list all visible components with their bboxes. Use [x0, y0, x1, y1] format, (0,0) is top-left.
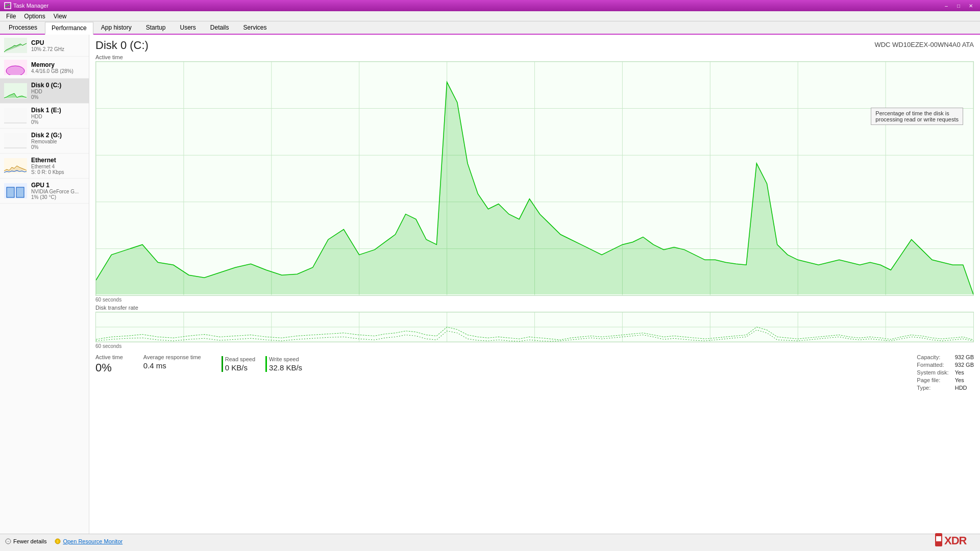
gpu-pct: 1% (30 °C): [31, 194, 85, 200]
disk2-pct: 0%: [31, 144, 85, 150]
tab-bar: Processes Performance App history Startu…: [0, 21, 980, 35]
formatted-value: 932 GB: [955, 362, 974, 368]
system-disk-value: Yes: [955, 369, 974, 375]
tab-processes[interactable]: Processes: [2, 21, 44, 34]
active-time-chart: Percentage of time the disk isprocessing…: [95, 61, 974, 296]
type-label: Type:: [917, 385, 948, 391]
xdr-logo: XDR: [934, 532, 975, 550]
gpu-mini-thumb: [4, 183, 27, 198]
menu-file[interactable]: File: [2, 12, 20, 21]
svg-rect-4: [7, 187, 14, 197]
eth-name: Ethernet: [31, 157, 85, 164]
disk0-info: Disk 0 (C:) HDD 0%: [31, 82, 85, 100]
active-time-stat-label: Active time: [95, 354, 123, 360]
right-stats: Capacity: 932 GB Formatted: 932 GB Syste…: [917, 354, 974, 391]
menu-bar: File Options View: [0, 11, 980, 21]
cpu-sub: 10% 2.72 GHz: [31, 46, 85, 52]
avg-response-stat: Average response time 0.4 ms: [143, 354, 201, 391]
svg-text:XDR: XDR: [944, 534, 967, 547]
eth-pct: S: 0 R: 0 Kbps: [31, 169, 85, 175]
title-bar: Task Manager – □ ✕: [0, 0, 980, 11]
memory-name: Memory: [31, 61, 85, 68]
sidebar: CPU 10% 2.72 GHz Memory 4.4/16.0 GB (28%…: [0, 35, 89, 534]
eth-info: Ethernet Ethernet 4 S: 0 R: 0 Kbps: [31, 157, 85, 175]
transfer-rate-chart: [95, 312, 974, 342]
sidebar-item-gpu1[interactable]: GPU 1 NVIDIA GeForce G... 1% (30 °C): [0, 179, 89, 204]
transfer-seconds: 60 seconds: [95, 343, 974, 349]
svg-text:−: −: [7, 540, 9, 543]
fewer-details-button[interactable]: − Fewer details: [5, 538, 46, 544]
tab-app-history[interactable]: App history: [94, 21, 138, 34]
close-button[interactable]: ✕: [966, 2, 976, 9]
window-controls: – □ ✕: [941, 2, 976, 9]
content-area: Disk 0 (C:) WDC WD10EZEX-00WN4A0 ATA Act…: [89, 35, 980, 534]
avg-response-label: Average response time: [143, 354, 201, 360]
gpu-sub: NVIDIA GeForce G...: [31, 189, 85, 194]
disk-model: WDC WD10EZEX-00WN4A0 ATA: [874, 41, 974, 48]
capacity-value: 932 GB: [955, 354, 974, 360]
maximize-button[interactable]: □: [953, 2, 964, 9]
write-speed-label: Write speed: [269, 356, 302, 362]
svg-rect-5: [16, 187, 24, 197]
app-icon: [4, 2, 11, 9]
eth-sub: Ethernet 4: [31, 164, 85, 169]
disk0-mini-thumb: [4, 83, 27, 98]
sidebar-item-cpu[interactable]: CPU 10% 2.72 GHz: [0, 35, 89, 57]
minimize-button[interactable]: –: [941, 2, 951, 9]
gpu-name: GPU 1: [31, 182, 85, 189]
speed-row: Read speed 0 KB/s Write speed 32.8 KB/s: [222, 356, 302, 372]
disk1-mini-thumb: [4, 108, 27, 123]
tab-services[interactable]: Services: [237, 21, 274, 34]
sidebar-item-disk1[interactable]: Disk 1 (E:) HDD 0%: [0, 104, 89, 129]
disk0-name: Disk 0 (C:): [31, 82, 85, 89]
write-speed-stat: Write speed 32.8 KB/s: [265, 356, 302, 372]
active-time-seconds: 60 seconds: [95, 297, 974, 303]
open-resource-monitor-label: Open Resource Monitor: [63, 538, 122, 544]
write-speed-value: 32.8 KB/s: [269, 363, 302, 372]
sidebar-item-ethernet[interactable]: Ethernet Ethernet 4 S: 0 R: 0 Kbps: [0, 154, 89, 179]
type-value: HDD: [955, 385, 974, 391]
active-time-stat-value: 0%: [95, 361, 123, 374]
system-disk-label: System disk:: [917, 369, 948, 375]
main-container: CPU 10% 2.72 GHz Memory 4.4/16.0 GB (28%…: [0, 35, 980, 534]
disk0-sub: HDD: [31, 89, 85, 94]
fewer-details-icon: −: [5, 538, 11, 544]
svg-rect-41: [936, 536, 941, 541]
tab-details[interactable]: Details: [204, 21, 236, 34]
sidebar-item-memory[interactable]: Memory 4.4/16.0 GB (28%): [0, 57, 89, 79]
disk1-sub: HDD: [31, 114, 85, 119]
content-header: Disk 0 (C:) WDC WD10EZEX-00WN4A0 ATA: [95, 39, 974, 52]
open-resource-monitor-btn[interactable]: ! Open Resource Monitor: [55, 538, 122, 544]
read-speed-stat: Read speed 0 KB/s: [222, 356, 255, 372]
bottom-bar: − Fewer details ! Open Resource Monitor …: [0, 534, 980, 548]
menu-options[interactable]: Options: [20, 12, 49, 21]
mem-mini-thumb: [4, 60, 27, 75]
gpu-info: GPU 1 NVIDIA GeForce G... 1% (30 °C): [31, 182, 85, 200]
tab-performance[interactable]: Performance: [45, 22, 93, 35]
sidebar-item-disk2[interactable]: Disk 2 (G:) Removable 0%: [0, 129, 89, 154]
formatted-label: Formatted:: [917, 362, 948, 368]
avg-response-value: 0.4 ms: [143, 361, 201, 370]
transfer-label: Disk transfer rate: [95, 305, 974, 311]
capacity-label: Capacity:: [917, 354, 948, 360]
eth-mini-thumb: [4, 158, 27, 173]
memory-sub: 4.4/16.0 GB (28%): [31, 68, 85, 74]
fewer-details-label: Fewer details: [13, 538, 46, 544]
sidebar-item-disk0[interactable]: Disk 0 (C:) HDD 0%: [0, 79, 89, 104]
disk2-info: Disk 2 (G:) Removable 0%: [31, 132, 85, 150]
window-title: Task Manager: [13, 3, 48, 9]
svg-text:!: !: [57, 540, 58, 543]
disk2-sub: Removable: [31, 139, 85, 144]
read-speed-value: 0 KB/s: [225, 363, 255, 372]
disk0-pct: 0%: [31, 94, 85, 100]
speed-stats: Read speed 0 KB/s Write speed 32.8 KB/s: [222, 354, 302, 391]
tab-startup[interactable]: Startup: [139, 21, 173, 34]
disk1-info: Disk 1 (E:) HDD 0%: [31, 107, 85, 125]
read-speed-label: Read speed: [225, 356, 255, 362]
cpu-mini-thumb: [4, 38, 27, 53]
tab-users[interactable]: Users: [173, 21, 202, 34]
page-title: Disk 0 (C:): [95, 39, 149, 52]
page-file-value: Yes: [955, 377, 974, 383]
page-file-label: Page file:: [917, 377, 948, 383]
menu-view[interactable]: View: [50, 12, 71, 21]
